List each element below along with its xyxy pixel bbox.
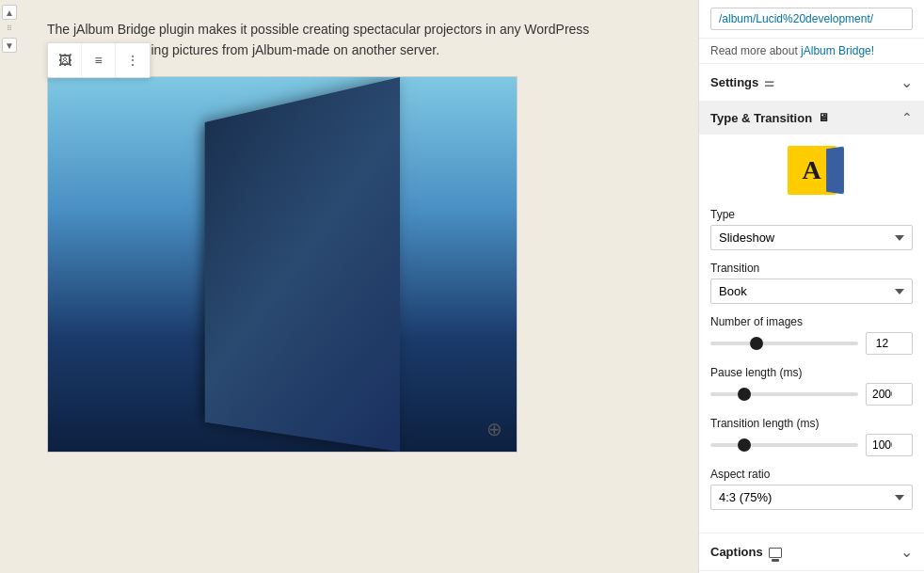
pause-length-slider-row bbox=[710, 383, 913, 406]
scroll-up[interactable]: ▲ bbox=[2, 5, 17, 20]
icon-preview: A bbox=[710, 146, 913, 195]
type-label: Type bbox=[710, 208, 913, 221]
settings-title: Settings ⚌ bbox=[710, 75, 774, 89]
type-transition-chevron bbox=[901, 110, 913, 125]
transition-length-label: Transition length (ms) bbox=[710, 417, 913, 430]
captions-chevron bbox=[900, 543, 913, 561]
captions-section[interactable]: Captions bbox=[699, 533, 924, 571]
monitor-icon: 🖥 bbox=[818, 111, 829, 124]
type-transition-header[interactable]: Type & Transition 🖥 bbox=[699, 101, 924, 135]
block-toolbar: 🖼 ≡ ⋮ bbox=[47, 42, 151, 78]
url-section bbox=[699, 0, 924, 39]
number-images-label: Number of images bbox=[710, 315, 913, 328]
right-sidebar: Read more about jAlbum Bridge! Settings … bbox=[698, 0, 924, 573]
type-select[interactable]: Slideshow Grid Mosaic bbox=[710, 225, 913, 250]
transition-label: Transition bbox=[710, 262, 913, 275]
scroll-down[interactable]: ▼ bbox=[2, 38, 17, 53]
transition-field: Transition Book Fade Slide bbox=[710, 262, 913, 304]
transition-length-field: Transition length (ms) bbox=[710, 417, 913, 456]
settings-header[interactable]: Settings ⚌ bbox=[699, 64, 924, 101]
main-content: The jAlbum Bridge plugin makes it possib… bbox=[19, 0, 698, 573]
settings-sliders-icon: ⚌ bbox=[764, 76, 774, 89]
read-more-text: Read more about bbox=[710, 44, 801, 57]
read-more-link[interactable]: jAlbum Bridge! bbox=[801, 44, 874, 57]
read-more-section: Read more about jAlbum Bridge! bbox=[699, 39, 924, 64]
aspect-ratio-label: Aspect ratio bbox=[710, 468, 913, 481]
number-images-field: Number of images bbox=[710, 315, 913, 355]
transition-length-input[interactable] bbox=[866, 434, 913, 456]
caption-icon bbox=[769, 548, 782, 558]
settings-chevron bbox=[900, 73, 913, 91]
pause-length-input[interactable] bbox=[866, 383, 913, 406]
ellipsis-icon: ⋮ bbox=[126, 53, 139, 68]
transition-length-slider-row bbox=[710, 434, 913, 456]
number-images-slider[interactable] bbox=[710, 342, 858, 345]
add-block-btn[interactable]: ⊕ bbox=[481, 416, 507, 442]
block-icon: 🖼 bbox=[58, 53, 72, 68]
book-page-icon bbox=[826, 147, 844, 195]
plus-circle-icon: ⊕ bbox=[486, 418, 502, 440]
aspect-ratio-select[interactable]: 4:3 (75%) 16:9 (56%) 1:1 (100%) bbox=[710, 485, 913, 510]
pause-length-slider[interactable] bbox=[710, 392, 858, 396]
type-transition-section: Type & Transition 🖥 A Type Slideshow Gri… bbox=[699, 101, 924, 533]
page-turning bbox=[204, 77, 399, 452]
block-wrapper: 🖼 ≡ ⋮ bbox=[47, 76, 670, 453]
type-field: Type Slideshow Grid Mosaic bbox=[710, 208, 913, 250]
left-scrollbar: ▲ ⠿ ▼ bbox=[0, 0, 19, 573]
transition-select[interactable]: Book Fade Slide bbox=[710, 279, 913, 304]
number-images-input[interactable] bbox=[866, 332, 913, 355]
captions-title: Captions bbox=[710, 545, 782, 559]
url-input[interactable] bbox=[710, 8, 913, 30]
aspect-ratio-field: Aspect ratio 4:3 (75%) 16:9 (56%) 1:1 (1… bbox=[710, 468, 913, 510]
pause-length-label: Pause length (ms) bbox=[710, 366, 913, 379]
more-options-btn[interactable]: ⋮ bbox=[116, 43, 150, 77]
type-transition-body: A Type Slideshow Grid Mosaic Transition … bbox=[699, 135, 924, 533]
transition-length-slider[interactable] bbox=[710, 443, 858, 447]
block-type-btn[interactable]: 🖼 bbox=[48, 43, 82, 77]
align-icon: ≡ bbox=[94, 53, 102, 68]
align-btn[interactable]: ≡ bbox=[82, 43, 116, 77]
plugin-icon: A bbox=[788, 146, 836, 195]
image-block: ⊕ bbox=[47, 76, 518, 453]
icon-letter: A bbox=[802, 155, 820, 185]
number-images-slider-row bbox=[710, 332, 913, 355]
scroll-indicator: ⠿ bbox=[7, 24, 12, 33]
pause-length-field: Pause length (ms) bbox=[710, 366, 913, 406]
section-title: Type & Transition 🖥 bbox=[710, 111, 829, 125]
